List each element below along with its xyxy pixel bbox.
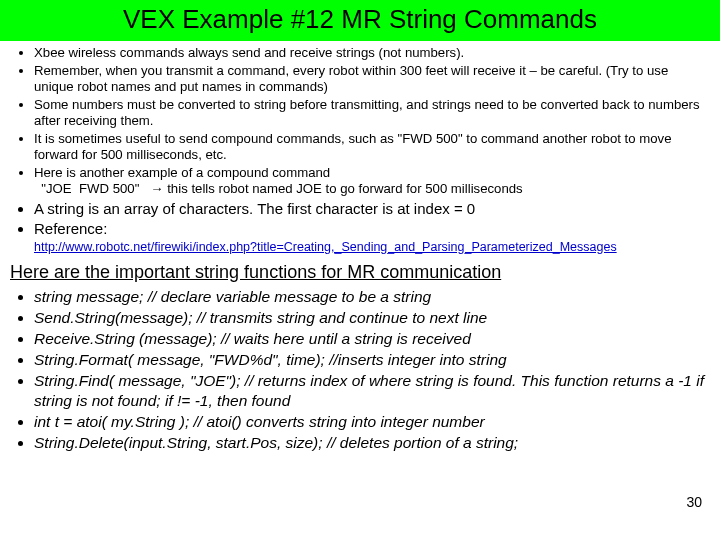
bullet-item: Here is another example of a compound co…: [34, 165, 710, 198]
bullet-item: int t = atoi( my.String ); // atoi() con…: [34, 412, 710, 432]
bullet-item: Some numbers must be converted to string…: [34, 97, 710, 130]
bullet-item: String.Format( message, "FWD%d", time); …: [34, 350, 710, 370]
slide-title: VEX Example #12 MR String Commands: [0, 4, 720, 35]
bullet-item: Receive.String (message); // waits here …: [34, 329, 710, 349]
reference-link[interactable]: http://www.robotc.net/firewiki/index.php…: [34, 240, 720, 254]
function-bullet-list: string message; // declare variable mess…: [0, 287, 720, 454]
bullet-item: Xbee wireless commands always send and r…: [34, 45, 710, 62]
bullet-item: string message; // declare variable mess…: [34, 287, 710, 307]
bullet-item: String.Delete(input.String, start.Pos, s…: [34, 433, 710, 453]
bullet-item: A string is an array of characters. The …: [34, 199, 710, 219]
section-heading: Here are the important string functions …: [10, 262, 720, 283]
top-bullet-list: Xbee wireless commands always send and r…: [0, 45, 720, 239]
bullet-item: String.Find( message, "JOE"); // returns…: [34, 371, 710, 411]
bullet-item: Reference:: [34, 219, 710, 239]
title-bar: VEX Example #12 MR String Commands: [0, 0, 720, 41]
bullet-item: It is sometimes useful to send compound …: [34, 131, 710, 164]
bullet-item: Remember, when you transmit a command, e…: [34, 63, 710, 96]
bullet-item: Send.String(message); // transmits strin…: [34, 308, 710, 328]
slide-number: 30: [686, 494, 702, 510]
